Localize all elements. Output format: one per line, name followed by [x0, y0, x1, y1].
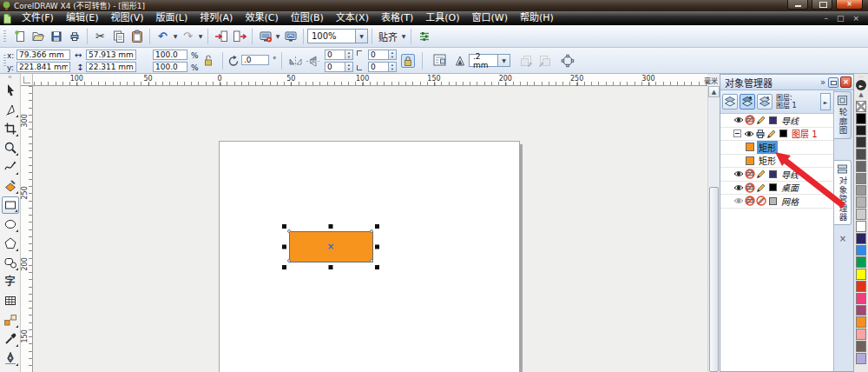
doc-close-button[interactable]: ×: [852, 11, 859, 25]
no-print-icon[interactable]: [745, 115, 755, 125]
menu-item[interactable]: 文本(X): [330, 11, 375, 25]
x-position-input[interactable]: [16, 50, 70, 60]
color-swatch[interactable]: [856, 245, 866, 256]
layer-color-swatch[interactable]: [769, 197, 777, 205]
corner-radius-tr-input[interactable]: [368, 50, 389, 60]
no-edit-icon[interactable]: [756, 196, 766, 206]
undo-icon[interactable]: ↶: [155, 28, 171, 44]
basic-shapes-tool[interactable]: [2, 254, 19, 271]
snap-to-menu[interactable]: 贴齐: [376, 30, 400, 43]
scale-ratio-lock-icon[interactable]: [203, 54, 214, 67]
outline-pen-tool[interactable]: [2, 349, 19, 367]
print-icon[interactable]: [66, 28, 82, 44]
eyedropper-tool[interactable]: [2, 330, 19, 348]
layer-manager-view-icon[interactable]: [757, 94, 773, 110]
selection-handle[interactable]: [375, 265, 379, 269]
eye-icon[interactable]: [733, 183, 744, 192]
pencil-icon[interactable]: [766, 129, 777, 139]
blend-tool[interactable]: [2, 311, 19, 329]
layer-row[interactable]: 导线: [720, 114, 833, 128]
docker-tab-2[interactable]: 对象管理器: [834, 160, 852, 226]
chevron-down-icon[interactable]: ▼: [400, 33, 407, 39]
tree-item-label[interactable]: 导线: [779, 114, 800, 127]
polygon-tool[interactable]: [2, 235, 19, 252]
menu-item[interactable]: 视图(V): [104, 11, 149, 25]
to-front-of-layer-icon[interactable]: [519, 54, 533, 68]
text-tool[interactable]: 字: [2, 273, 19, 290]
color-swatch[interactable]: [856, 316, 866, 328]
selection-handle[interactable]: [375, 224, 379, 229]
open-icon[interactable]: [30, 28, 46, 44]
redo-icon[interactable]: ↷: [180, 28, 196, 44]
color-swatch[interactable]: [856, 293, 866, 304]
layer-color-swatch[interactable]: [779, 130, 787, 137]
eye-icon[interactable]: [733, 169, 744, 178]
layer-color-swatch[interactable]: [769, 170, 777, 178]
no-print-icon[interactable]: [745, 183, 755, 193]
table-tool[interactable]: [2, 292, 19, 309]
vertical-ruler[interactable]: 300250200150: [21, 86, 33, 372]
copy-icon[interactable]: [110, 28, 127, 44]
docker-flyout-button[interactable]: ►: [820, 93, 831, 110]
layer-row[interactable]: 导线: [720, 168, 833, 182]
object-height-input[interactable]: [86, 62, 136, 72]
color-swatch[interactable]: [856, 305, 866, 316]
zoom-level-combo[interactable]: 100%▼: [307, 29, 368, 43]
color-swatch[interactable]: [856, 353, 866, 364]
tree-item-label[interactable]: 桌面: [779, 181, 800, 194]
expand-toggle[interactable]: [733, 130, 741, 137]
paste-icon[interactable]: [128, 28, 145, 44]
spin-buttons[interactable]: ▴▾: [389, 62, 397, 72]
mirror-horizontal-icon[interactable]: [288, 56, 303, 67]
show-object-properties-icon[interactable]: [722, 94, 738, 110]
freehand-tool[interactable]: [2, 158, 19, 176]
doc-restore-button[interactable]: □: [837, 11, 845, 25]
y-position-input[interactable]: [16, 62, 70, 72]
selection-handle[interactable]: [282, 265, 286, 269]
tree-item-label[interactable]: 图层 1: [790, 127, 819, 140]
horizontal-ruler[interactable]: 10050050100150200250300: [33, 74, 707, 86]
menu-item[interactable]: 版面(L): [150, 11, 194, 25]
color-swatch[interactable]: [856, 221, 866, 232]
scrollbar-thumb[interactable]: [709, 187, 719, 372]
scale-vertical-input[interactable]: [153, 62, 187, 72]
layer-row[interactable]: 图层 1: [720, 128, 833, 142]
selection-handle[interactable]: [282, 245, 286, 249]
new-document-icon[interactable]: [11, 28, 28, 44]
docker-tab-1[interactable]: 轮廓图: [834, 91, 852, 139]
color-swatch[interactable]: [856, 185, 866, 196]
docker-close-button[interactable]: ×: [840, 76, 852, 88]
tree-item-label[interactable]: 矩形: [757, 154, 778, 167]
scroll-up-button[interactable]: ▲: [708, 86, 720, 97]
object-row[interactable]: 矩形: [720, 141, 833, 155]
menu-item[interactable]: 帮助(H): [514, 11, 560, 25]
color-swatch[interactable]: [856, 173, 866, 184]
fill-tool[interactable]: [2, 369, 19, 372]
ellipse-tool[interactable]: [2, 216, 19, 233]
color-swatch[interactable]: [856, 341, 866, 352]
color-swatch[interactable]: [856, 149, 866, 160]
menu-item[interactable]: 工具(O): [419, 11, 465, 25]
pencil-icon[interactable]: [756, 169, 766, 179]
color-swatch[interactable]: [856, 136, 866, 148]
layer-color-swatch[interactable]: [769, 116, 777, 124]
eye-icon[interactable]: [744, 130, 754, 138]
convert-to-curves-icon[interactable]: [561, 54, 575, 68]
chevron-down-icon[interactable]: ▼: [274, 33, 281, 39]
selection-handle[interactable]: [329, 224, 333, 229]
smart-fill-tool[interactable]: [2, 177, 19, 195]
tree-item-label[interactable]: 网格: [779, 195, 800, 208]
color-swatch[interactable]: [856, 281, 866, 292]
palette-grip[interactable]: ⋯: [858, 74, 864, 79]
chevron-down-icon[interactable]: ▼: [497, 55, 510, 66]
color-swatch[interactable]: [856, 256, 866, 268]
selection-handle[interactable]: [282, 224, 286, 229]
docker-minimize-button[interactable]: [828, 77, 838, 88]
round-corners-together-lock-icon[interactable]: [401, 54, 415, 68]
object-row[interactable]: 矩形: [720, 155, 833, 169]
chevron-down-icon[interactable]: ▼: [172, 33, 179, 39]
color-swatch[interactable]: [856, 196, 866, 208]
outline-width-combo[interactable]: .2 mm ▼: [469, 54, 510, 67]
no-color-swatch[interactable]: [856, 101, 866, 112]
object-width-input[interactable]: [86, 50, 136, 60]
